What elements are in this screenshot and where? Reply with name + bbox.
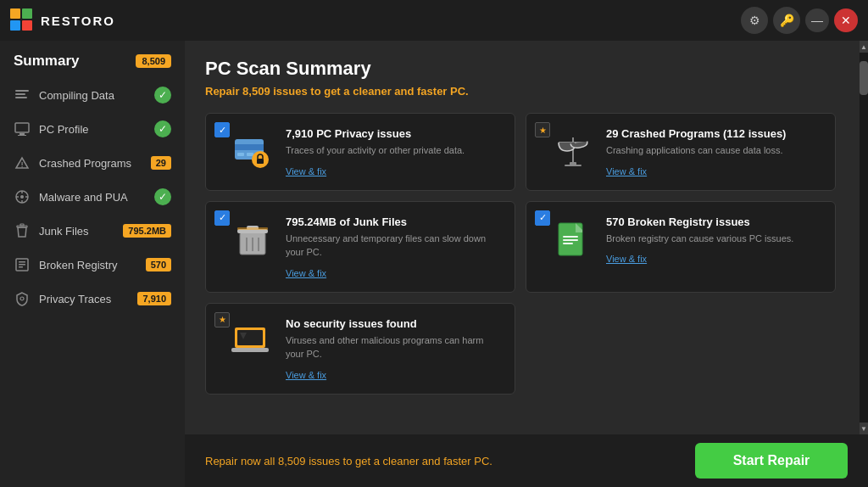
svg-rect-3 xyxy=(22,20,32,31)
svg-rect-49 xyxy=(237,330,263,345)
svg-rect-28 xyxy=(247,153,253,156)
svg-rect-21 xyxy=(19,261,25,263)
crashed-card-title: 29 Crashed Programs (112 issues) xyxy=(606,127,823,140)
crashed-card-link[interactable]: View & fix xyxy=(606,166,647,176)
svg-rect-5 xyxy=(15,93,25,95)
security-card-link[interactable]: View & fix xyxy=(286,370,326,380)
broken-registry-badge: 570 xyxy=(146,258,171,271)
broken-registry-label: Broken Registry xyxy=(39,259,137,271)
svg-rect-11 xyxy=(22,166,23,167)
start-repair-button[interactable]: Start Repair xyxy=(695,443,848,479)
svg-rect-46 xyxy=(563,239,578,241)
registry-card-icon xyxy=(550,217,596,263)
subtitle-count: 8,509 xyxy=(242,85,270,98)
subtitle-suffix: issues to get a cleaner and faster PC. xyxy=(270,85,469,98)
registry-card-link[interactable]: View & fix xyxy=(606,254,647,264)
svg-rect-8 xyxy=(19,133,25,135)
privacy-card-body: 7,910 PC Privacy issues Traces of your a… xyxy=(286,126,503,178)
svg-rect-6 xyxy=(15,97,27,98)
settings-button[interactable]: ⚙ xyxy=(741,7,768,34)
malware-label: Malware and PUA xyxy=(39,191,146,204)
content-area: ▲ ▼ PC Scan Summary Repair 8,509 issues … xyxy=(185,41,868,487)
svg-rect-45 xyxy=(563,236,578,238)
pc-profile-icon xyxy=(14,120,31,137)
security-card-wrapper: No security issues found Viruses and oth… xyxy=(205,303,848,395)
sidebar-item-broken-registry[interactable]: Broken Registry 570 xyxy=(0,248,185,282)
scrollbar[interactable]: ▲ ▼ xyxy=(860,41,868,434)
bottom-text-suffix: issues to get a cleaner and faster PC. xyxy=(306,455,492,467)
svg-rect-22 xyxy=(19,264,25,266)
malware-icon xyxy=(14,188,31,205)
page-title: PC Scan Summary xyxy=(205,58,848,80)
crashed-programs-badge: 29 xyxy=(151,156,171,170)
sidebar-item-compiling-data[interactable]: Compiling Data ✓ xyxy=(0,78,185,112)
svg-rect-9 xyxy=(18,135,26,136)
card-crashed-checkbox[interactable] xyxy=(535,122,550,137)
pc-profile-label: PC Profile xyxy=(39,123,146,136)
scroll-up[interactable]: ▲ xyxy=(860,41,868,53)
sidebar-item-crashed-programs[interactable]: Crashed Programs 29 xyxy=(0,146,185,180)
bottom-text: Repair now all 8,509 issues to get a cle… xyxy=(205,455,492,467)
privacy-traces-icon xyxy=(14,290,31,307)
card-junk-files: 795.24MB of Junk Files Unnecessary and t… xyxy=(205,201,515,293)
svg-rect-0 xyxy=(10,8,20,19)
junk-files-label: Junk Files xyxy=(39,225,114,238)
security-card-title: No security issues found xyxy=(286,317,503,330)
svg-point-13 xyxy=(20,195,24,199)
title-bar-left: RESTORO xyxy=(10,8,115,32)
scroll-thumb[interactable] xyxy=(860,61,868,95)
card-security-checkbox[interactable] xyxy=(214,312,230,327)
registry-card-body: 570 Broken Registry issues Broken regist… xyxy=(606,214,823,266)
compiling-data-icon xyxy=(14,87,31,104)
sidebar-item-privacy-traces[interactable]: Privacy Traces 7,910 xyxy=(0,282,185,316)
card-security: No security issues found Viruses and oth… xyxy=(205,303,515,395)
svg-rect-10 xyxy=(22,162,23,165)
sidebar-item-junk-files[interactable]: Junk Files 795.2MB xyxy=(0,214,185,248)
sidebar-total-badge: 8,509 xyxy=(136,54,171,68)
privacy-card-title: 7,910 PC Privacy issues xyxy=(286,127,503,140)
malware-status: ✓ xyxy=(154,188,171,205)
junk-card-title: 795.24MB of Junk Files xyxy=(286,216,503,228)
bottom-bar: Repair now all 8,509 issues to get a cle… xyxy=(185,434,868,487)
card-broken-registry: 570 Broken Registry issues Broken regist… xyxy=(526,201,836,293)
security-card-desc: Viruses and other malicious programs can… xyxy=(286,333,503,361)
privacy-card-icon xyxy=(230,129,275,175)
svg-rect-1 xyxy=(22,8,32,19)
junk-files-badge: 795.2MB xyxy=(123,224,171,238)
subtitle-prefix: Repair xyxy=(205,85,242,98)
svg-rect-30 xyxy=(257,159,264,164)
sidebar-header: Summary 8,509 xyxy=(0,41,185,78)
security-card-body: No security issues found Viruses and oth… xyxy=(286,316,503,382)
cards-grid: 7,910 PC Privacy issues Traces of your a… xyxy=(205,113,848,293)
sidebar-item-malware[interactable]: Malware and PUA ✓ xyxy=(0,180,185,214)
crashed-programs-icon xyxy=(14,154,31,171)
app-logo xyxy=(10,8,34,32)
svg-rect-19 xyxy=(20,224,24,226)
close-button[interactable]: ✕ xyxy=(834,8,858,32)
page-subtitle: Repair 8,509 issues to get a cleaner and… xyxy=(205,85,848,98)
card-registry-checkbox[interactable] xyxy=(535,210,550,226)
scroll-down[interactable]: ▼ xyxy=(860,423,868,434)
svg-rect-2 xyxy=(10,20,20,31)
svg-rect-50 xyxy=(231,348,269,352)
content-scroll: ▲ ▼ PC Scan Summary Repair 8,509 issues … xyxy=(185,41,868,434)
card-privacy-issues: 7,910 PC Privacy issues Traces of your a… xyxy=(205,113,515,191)
crashed-programs-label: Crashed Programs xyxy=(39,157,142,170)
junk-card-link[interactable]: View & fix xyxy=(286,268,326,278)
privacy-card-link[interactable]: View & fix xyxy=(286,166,326,176)
junk-card-body: 795.24MB of Junk Files Unnecessary and t… xyxy=(286,214,503,280)
compiling-data-status: ✓ xyxy=(154,87,171,104)
sidebar: Summary 8,509 Compiling Data ✓ xyxy=(0,41,185,487)
minimize-button[interactable]: — xyxy=(805,8,829,32)
key-button[interactable]: 🔑 xyxy=(773,7,800,34)
card-junk-checkbox[interactable] xyxy=(214,210,230,226)
svg-rect-27 xyxy=(237,153,244,156)
svg-rect-7 xyxy=(15,123,29,132)
privacy-card-desc: Traces of your activity or other private… xyxy=(286,143,503,158)
sidebar-item-pc-profile[interactable]: PC Profile ✓ xyxy=(0,112,185,146)
main-layout: Summary 8,509 Compiling Data ✓ xyxy=(0,41,868,487)
broken-registry-icon xyxy=(14,256,31,273)
svg-point-24 xyxy=(20,297,24,300)
card-privacy-checkbox[interactable] xyxy=(214,122,230,137)
security-card-icon xyxy=(230,319,275,365)
